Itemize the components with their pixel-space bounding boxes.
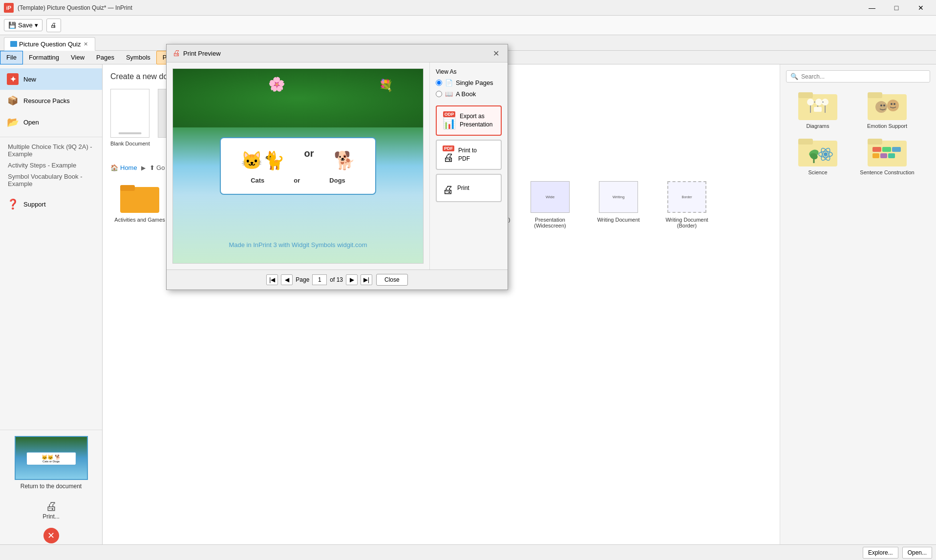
animal-labels: Cats or Dogs (231, 177, 365, 184)
template-presentation-wide[interactable]: Wide Presentation (Widescreen) (521, 181, 579, 228)
modal-close-button[interactable]: ✕ (490, 47, 502, 59)
print-icon: 🖨 (50, 21, 57, 29)
breadcrumb-separator: ▶ (141, 165, 146, 171)
resource-science[interactable]: Science (786, 135, 850, 175)
titlebar: iP (Template) Picture Question Quiz* — I… (0, 0, 936, 16)
modal-app-icon: 🖨 (172, 49, 180, 58)
menu-symbols[interactable]: Symbols (120, 51, 156, 64)
search-box[interactable]: 🔍 (786, 70, 930, 83)
explore-button[interactable]: Explore... (863, 547, 898, 559)
pres-wide-thumb: Wide (531, 181, 570, 213)
return-label[interactable]: Return to the document (4, 483, 98, 490)
a-book-icon: 📖 (445, 90, 453, 98)
print-pdf-button[interactable]: PDF 🖨 Print toPDF (436, 140, 502, 170)
menu-formatting[interactable]: Formatting (23, 51, 65, 64)
blank-doc-item[interactable]: Blank Document (110, 89, 150, 146)
last-page-button[interactable]: ▶| (361, 274, 372, 285)
dogs-side: 🐕 (334, 150, 356, 171)
maximize-button[interactable]: □ (885, 0, 908, 16)
a-book-option[interactable]: 📖 A Book (436, 90, 502, 98)
print-label: Print... (4, 513, 98, 520)
print-preview-modal: 🖨 Print Preview ✕ 🌸 💐 (166, 44, 508, 290)
print-toolbar-button[interactable]: 🖨 (46, 19, 61, 32)
science-folder-svg (798, 135, 837, 166)
pdf-icon: 🖨 (443, 151, 454, 164)
first-page-button[interactable]: |◀ (266, 274, 278, 285)
return-thumbnail[interactable]: 🐱🐱 🐕 Cats or Dogs (15, 436, 88, 480)
export-icon-container: ODP 📊 (443, 111, 456, 130)
minimize-button[interactable]: — (861, 0, 883, 16)
sidebar-item-open[interactable]: 📂 Open (0, 111, 102, 133)
right-panel: 🔍 (780, 64, 936, 560)
template-activities[interactable]: Activities and Games (110, 181, 169, 228)
single-pages-option[interactable]: 📄 Single Pages (436, 79, 502, 86)
search-input[interactable] (801, 73, 926, 80)
single-pages-label: Single Pages (456, 79, 493, 86)
menu-file[interactable]: File (0, 51, 23, 64)
titlebar-left: iP (Template) Picture Question Quiz* — I… (4, 3, 132, 13)
sidebar-item-support[interactable]: ❓ Support (0, 193, 102, 215)
menu-view[interactable]: View (65, 51, 90, 64)
search-icon: 🔍 (790, 73, 798, 80)
tab-close-button[interactable]: ✕ (83, 41, 89, 47)
sidebar-item-new[interactable]: ✦ New (0, 68, 102, 90)
activities-label: Activities and Games (114, 217, 165, 223)
page-input[interactable] (312, 274, 327, 285)
sentence-folder-svg (868, 135, 907, 166)
svg-rect-52 (880, 153, 887, 158)
examples-section: Multiple Choice Tick (9Q 2A) - Example A… (0, 137, 102, 189)
sentence-construction-label: Sentence Construction (860, 169, 914, 175)
activities-folder-svg (120, 181, 159, 213)
print-button[interactable]: 🖨 Print (436, 174, 502, 202)
svg-point-34 (883, 104, 885, 106)
tab-label: Picture Question Quiz (19, 41, 81, 48)
footer-text: Made in InPrint 3 with Widgit Symbols wi… (229, 241, 367, 249)
sentence-folder (868, 135, 907, 166)
save-icon: 💾 (8, 21, 16, 29)
example-2-label: Activity Steps - Example (8, 162, 76, 169)
modal-titlebar: 🖨 Print Preview ✕ (167, 44, 508, 62)
next-page-button[interactable]: ▶ (346, 274, 358, 285)
modal-title-left: 🖨 Print Preview (172, 49, 221, 58)
cats-label: Cats (251, 177, 264, 184)
resource-diagrams[interactable]: Diagrams (786, 88, 850, 129)
pdf-badge: PDF (443, 145, 454, 151)
cats-emoji: 🐱🐈 (241, 150, 285, 171)
example-3[interactable]: Symbol Vocabulary Book - Example (0, 171, 102, 189)
template-writing-doc[interactable]: Writing Writing Document (589, 181, 648, 228)
modal-title-text: Print Preview (183, 50, 221, 57)
prev-page-button[interactable]: ◀ (281, 274, 293, 285)
resource-sentence-construction[interactable]: Sentence Construction (855, 135, 919, 175)
menu-symbols-label: Symbols (126, 54, 150, 61)
open-button[interactable]: Open... (902, 547, 932, 559)
resource-emotion-support[interactable]: Emotion Support (855, 88, 919, 129)
save-dropdown-icon[interactable]: ▾ (35, 21, 38, 29)
or-display: or (304, 148, 314, 165)
svg-point-42 (824, 152, 828, 156)
print-section[interactable]: 🖨 Print... (0, 496, 102, 524)
svg-rect-25 (814, 107, 822, 112)
close-window-button[interactable]: ✕ (910, 0, 932, 16)
template-writing-border[interactable]: Border Writing Document (Border) (658, 181, 716, 228)
breadcrumb-home[interactable]: 🏠 Home (110, 164, 137, 171)
example-1[interactable]: Multiple Choice Tick (9Q 2A) - Example (0, 141, 102, 160)
single-pages-radio[interactable] (436, 80, 442, 86)
a-book-radio[interactable] (436, 91, 442, 97)
save-button[interactable]: 💾 Save ▾ (4, 19, 43, 31)
diagrams-folder (798, 88, 837, 120)
page-label: Page (296, 276, 309, 283)
modal-close-footer-button[interactable]: Close (376, 274, 408, 286)
single-pages-icon: 📄 (445, 79, 453, 86)
example-2[interactable]: Activity Steps - Example (0, 160, 102, 171)
open-icon: 📂 (6, 115, 20, 129)
menu-pages[interactable]: Pages (90, 51, 120, 64)
view-options: 📄 Single Pages 📖 A Book (436, 79, 502, 98)
svg-point-33 (880, 104, 882, 106)
tab-picture-question-quiz[interactable]: Picture Question Quiz ✕ (4, 37, 95, 51)
export-presentation-button[interactable]: ODP 📊 Export asPresentation (436, 105, 502, 136)
presentation-icon: 📊 (443, 117, 456, 130)
emotion-folder-svg (868, 88, 907, 120)
svg-rect-2 (120, 185, 135, 191)
sidebar-item-resource-packs[interactable]: 📦 Resource Packs (0, 90, 102, 111)
svg-rect-48 (872, 147, 881, 152)
